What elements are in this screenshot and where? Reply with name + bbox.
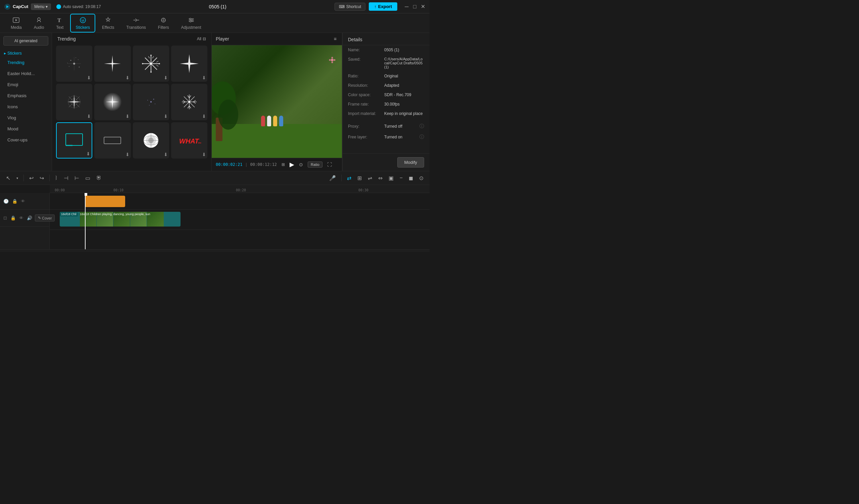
tab-stickers[interactable]: Stickers (70, 14, 95, 32)
grid-view-button[interactable]: ⊞ (280, 161, 286, 168)
tab-effects[interactable]: Effects (97, 14, 119, 32)
track-clock-button[interactable]: 🕐 (3, 198, 10, 204)
sticker-cell-2[interactable]: ⬇ (94, 46, 131, 82)
sticker-star-large (179, 53, 199, 74)
track-lock-button[interactable]: 🔒 (11, 198, 18, 204)
ratio-badge[interactable]: Ratio (308, 161, 322, 168)
svg-point-67 (333, 59, 335, 61)
filter-icon: ⊟ (203, 36, 206, 41)
export-button[interactable]: ↑ Export (369, 2, 397, 11)
autosave-status: Auto saved: 19:08:17 (56, 4, 101, 9)
svg-point-2 (37, 18, 40, 20)
svg-point-5 (81, 19, 82, 19)
sidebar-item-emoji[interactable]: Emoji (2, 79, 50, 90)
tab-adjustment[interactable]: Adjustment (176, 14, 206, 32)
sticker-cell-5[interactable]: ⬇ (56, 84, 92, 120)
total-time: 00:00:12:12 (250, 162, 277, 167)
settings-button[interactable]: ⊙ (417, 174, 425, 183)
marker-button[interactable]: ◼ (407, 174, 415, 183)
sticker-cell-3[interactable]: ⬇ (133, 46, 169, 82)
sidebar-item-emphasis[interactable]: Emphasis (2, 91, 50, 101)
tab-audio[interactable]: Audio (29, 14, 50, 32)
sticker-cell-10[interactable]: ⬇ (94, 122, 131, 158)
sidebar-item-coverups[interactable]: Cover-ups (2, 135, 50, 145)
current-time: 00:00:02:21 (216, 162, 242, 167)
undo-button[interactable]: ↩ (27, 174, 35, 183)
stickers-heading: Trending (57, 36, 76, 42)
track-eye2-button[interactable]: 👁 (18, 215, 24, 221)
track-clip-teal[interactable]: 16of18 Chil 16of18 Children playing, dan… (60, 212, 181, 226)
split-button[interactable]: ⧘ (53, 174, 60, 182)
crop-button[interactable]: ▭ (83, 174, 92, 183)
shortcut-button[interactable]: ⌨ Shortcut (334, 3, 366, 11)
ratio-label: Ratio: (348, 74, 381, 78)
track-eye-button[interactable]: 👁 (20, 198, 26, 204)
all-filter-button[interactable]: All ⊟ (197, 36, 206, 41)
proxy-info-icon[interactable]: ⓘ (419, 123, 424, 129)
sticker-cell-9[interactable]: ⬇ (56, 122, 92, 158)
track-clip-orange[interactable] (85, 196, 125, 207)
sticker-cell-11[interactable]: ⬇ (133, 122, 169, 158)
text-icon: T (56, 16, 63, 24)
trim-left-button[interactable]: ⊣ (62, 174, 71, 183)
link-button[interactable]: ⇄ (345, 174, 353, 183)
freelayer-info-icon[interactable]: ⓘ (419, 134, 424, 140)
sticker-cell-8[interactable]: ⬇ (171, 84, 207, 120)
close-button[interactable]: ✕ (420, 4, 425, 10)
details-panel: Details Name: 0505 (1) Saved: C:/Users/A… (342, 33, 430, 171)
freelayer-value: Turned on (384, 135, 416, 139)
sidebar-section-label: ▸ Stickers (0, 49, 52, 57)
tab-media[interactable]: Media (5, 14, 27, 32)
sidebar-item-easter[interactable]: Easter Holid... (2, 68, 50, 79)
ai-generated-button[interactable]: AI generated (3, 36, 48, 46)
track-control-row-2: ⊡ 🔒 👁 🔊 ✎ Cover (0, 210, 49, 226)
trim-right-button[interactable]: ⊢ (73, 174, 81, 183)
stickers-header: Trending All ⊟ (52, 33, 211, 44)
caption-button[interactable]: ▣ (387, 174, 396, 183)
svg-point-25 (150, 54, 152, 56)
timeline-scrollbar[interactable] (0, 249, 430, 252)
grid-button[interactable]: ⊞ (355, 174, 364, 183)
transitions-icon (133, 16, 140, 24)
menu-button[interactable]: Menu ▾ (31, 3, 51, 10)
maximize-button[interactable]: □ (412, 4, 418, 10)
snap-button[interactable]: ⇌ (366, 174, 374, 183)
tab-transitions[interactable]: Transitions (121, 14, 151, 32)
sidebar-item-trending[interactable]: Trending (2, 57, 50, 68)
play-button[interactable]: ▶ (290, 161, 294, 168)
fullscreen-button[interactable]: ⛶ (326, 161, 333, 168)
mic-button[interactable]: 🎤 (327, 174, 338, 183)
sticker-cell-12[interactable]: WHAT...? ⬇ (171, 122, 207, 158)
select-tool-button[interactable]: ↖ (4, 174, 12, 183)
sticker-dot-sparkle (141, 92, 161, 112)
minimize-button[interactable]: ─ (404, 4, 409, 10)
track-lock2-button[interactable]: 🔒 (10, 215, 16, 221)
sticker-cell-4[interactable]: ⬇ (171, 46, 207, 82)
sticker-cell-6[interactable]: ⬇ (94, 84, 131, 120)
all-label: All (197, 36, 201, 41)
adjustment-icon (187, 16, 195, 24)
edit-icon: ✎ (38, 216, 41, 220)
ratio-value: Original (384, 74, 424, 78)
align-button[interactable]: ⇔ (376, 174, 385, 183)
redo-button[interactable]: ↪ (37, 174, 46, 183)
track-audio-button[interactable]: 🔊 (26, 215, 33, 221)
sticker-cell-1[interactable]: ⬇ (56, 46, 92, 82)
player-menu-button[interactable]: ≡ (333, 35, 338, 42)
modify-button[interactable]: Modify (397, 157, 424, 168)
select-chevron-button[interactable]: ▾ (14, 175, 20, 181)
proxy-value: Turned off (384, 124, 416, 129)
shield-button[interactable]: ⛨ (94, 174, 104, 182)
ruler-tick-2: 00:20 (236, 188, 246, 192)
zoom-out-button[interactable]: − (397, 174, 405, 182)
sidebar-item-mood[interactable]: Mood (2, 124, 50, 134)
capture-button[interactable]: ⊙ (298, 161, 304, 168)
sidebar-item-vlog[interactable]: Vlog (2, 113, 50, 123)
main-toolbar: Media Audio T Text Stickers Effects (0, 13, 430, 33)
tab-text[interactable]: T Text (51, 14, 69, 32)
sidebar-item-icons[interactable]: Icons (2, 101, 50, 112)
track-content: 16of18 Chil 16of18 Children playing, dan… (50, 193, 430, 249)
track-layout-button[interactable]: ⊡ (3, 215, 8, 221)
tab-filters[interactable]: Filters (153, 14, 175, 32)
sticker-cell-7[interactable]: ⬇ (133, 84, 169, 120)
